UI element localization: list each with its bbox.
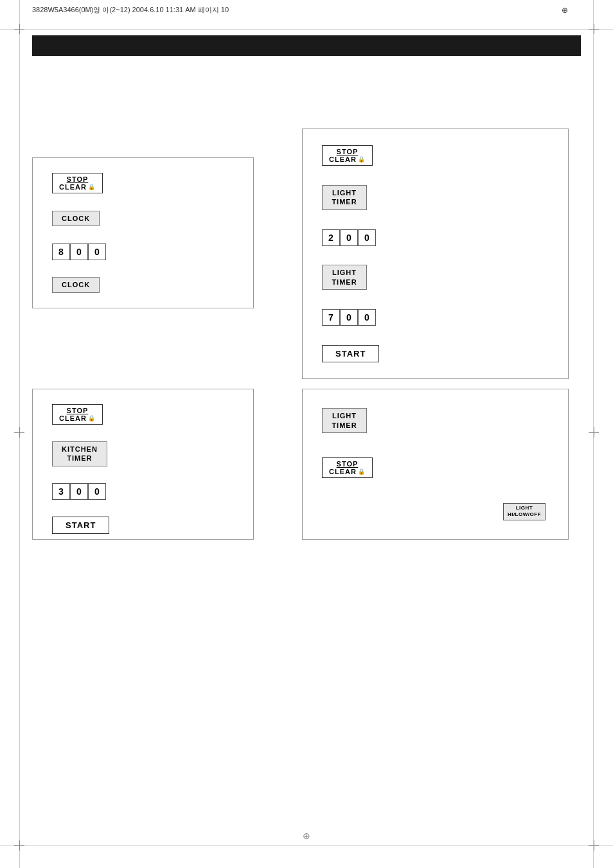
clear-label-3: CLEAR 🔒 [329, 155, 366, 163]
digit-4a: 7 [322, 309, 340, 326]
box3-content: STOP CLEAR 🔒 LIGHT TIMER 2 0 [303, 129, 568, 378]
clock-label-2: CLOCK [62, 280, 90, 289]
digit-3b: 0 [340, 229, 358, 246]
digit-4c: 0 [358, 309, 376, 326]
box4-step1: LIGHT TIMER [312, 403, 558, 438]
digit-3c: 0 [358, 229, 376, 246]
kitchen-timer-button[interactable]: KITCHEN TIMER [52, 441, 107, 466]
box2-step4: START [42, 511, 244, 539]
cross-mark-bottom-right [589, 840, 599, 851]
box1-step2: CLOCK [42, 206, 244, 231]
lock-icon-3: 🔒 [358, 156, 366, 163]
light-timer-label-1a: LIGHT [332, 188, 357, 197]
light-timer-label-3b: TIMER [332, 421, 357, 430]
digit-2c: 0 [88, 483, 106, 500]
kitchen-timer-label-1: KITCHEN [62, 445, 98, 454]
box3-step1: STOP CLEAR 🔒 [312, 140, 558, 171]
box3-step2: LIGHT TIMER [312, 180, 558, 215]
box-light-timer-cancel: LIGHT TIMER STOP CLEAR 🔒 LIGHT HI [302, 389, 569, 540]
box3-step3: 2 0 0 [312, 224, 558, 251]
bottom-center-mark: ⊕ [303, 831, 310, 841]
box3-step5: 7 0 0 [312, 304, 558, 331]
clock-label-1: CLOCK [62, 214, 90, 223]
digit-2a: 3 [52, 483, 70, 500]
stop-clear-button-4[interactable]: STOP CLEAR 🔒 [322, 457, 373, 478]
lock-icon-4: 🔒 [358, 468, 366, 475]
cross-mark-mid-left [14, 427, 24, 438]
stop-clear-button-3[interactable]: STOP CLEAR 🔒 [322, 145, 373, 166]
box1-step4: CLOCK [42, 272, 244, 297]
light-timer-label-3a: LIGHT [332, 411, 357, 420]
box3-step4: LIGHT TIMER [312, 260, 558, 295]
lock-icon-1: 🔒 [88, 184, 96, 190]
digit-display-2: 3 0 0 [52, 483, 106, 500]
light-low-off-label: HI/LOW/OFF [508, 511, 541, 518]
stop-label-3: STOP [337, 148, 359, 155]
light-hi-low-off-button[interactable]: LIGHT HI/LOW/OFF [503, 503, 546, 520]
title-bar [32, 35, 581, 56]
start-button-2[interactable]: START [322, 345, 379, 362]
digit-1a: 8 [52, 244, 70, 260]
light-hi-label: LIGHT [516, 505, 533, 511]
cross-mark-mid-right [589, 427, 599, 438]
start-button-1[interactable]: START [52, 517, 109, 534]
crosshair-center: ⊕ [562, 6, 568, 15]
box2-step1: STOP CLEAR 🔒 [42, 399, 244, 430]
box-light-timer: STOP CLEAR 🔒 LIGHT TIMER 2 0 [302, 128, 569, 379]
digit-display-1: 8 0 0 [52, 244, 106, 260]
margin-line-top [0, 29, 613, 30]
cross-mark-bottom-left [14, 840, 24, 851]
box2-content: STOP CLEAR 🔒 KITCHEN TIMER 3 0 [33, 389, 253, 539]
start-label-1: START [66, 520, 96, 530]
light-timer-button-2[interactable]: LIGHT TIMER [322, 265, 367, 290]
clear-label-1: CLEAR 🔒 [59, 183, 96, 191]
light-timer-label-1b: TIMER [332, 197, 357, 206]
box1-step1: STOP CLEAR 🔒 [42, 168, 244, 199]
clock-button-1[interactable]: CLOCK [52, 211, 100, 226]
margin-line-bottom [0, 845, 613, 846]
box-clock-setting: STOP CLEAR 🔒 CLOCK 8 0 0 [32, 157, 254, 308]
light-timer-button-1[interactable]: LIGHT TIMER [322, 185, 367, 210]
box-kitchen-timer: STOP CLEAR 🔒 KITCHEN TIMER 3 0 [32, 389, 254, 540]
cross-mark-top-left [14, 24, 24, 34]
box1-content: STOP CLEAR 🔒 CLOCK 8 0 0 [33, 158, 253, 308]
doc-header: 3828W5A3466(0M)영 아(2~12) 2004.6.10 11:31… [32, 5, 581, 15]
stop-clear-button-2[interactable]: STOP CLEAR 🔒 [52, 404, 103, 425]
doc-header-text: 3828W5A3466(0M)영 아(2~12) 2004.6.10 11:31… [32, 5, 229, 15]
clear-label-2: CLEAR 🔒 [59, 414, 96, 422]
digit-3a: 2 [322, 229, 340, 246]
digit-1c: 0 [88, 244, 106, 260]
stop-label-4: STOP [337, 460, 359, 468]
light-timer-label-2b: TIMER [332, 278, 357, 287]
cross-mark-top-right [589, 24, 599, 34]
box4-step2: STOP CLEAR 🔒 [312, 452, 558, 483]
digit-display-4: 7 0 0 [322, 309, 376, 326]
box2-step2: KITCHEN TIMER [42, 436, 244, 472]
stop-label-1: STOP [67, 175, 89, 183]
box2-step3: 3 0 0 [42, 478, 244, 505]
digit-display-3: 2 0 0 [322, 229, 376, 246]
kitchen-timer-label-2: TIMER [67, 454, 92, 463]
light-timer-label-2a: LIGHT [332, 268, 357, 277]
digit-4b: 0 [340, 309, 358, 326]
stop-label-2: STOP [67, 407, 89, 414]
light-timer-button-3[interactable]: LIGHT TIMER [322, 408, 367, 433]
content-area: STOP CLEAR 🔒 CLOCK 8 0 0 [32, 64, 581, 829]
digit-2b: 0 [70, 483, 88, 500]
box1-step3: 8 0 0 [42, 238, 244, 265]
digit-1b: 0 [70, 244, 88, 260]
start-label-2: START [335, 349, 366, 359]
lock-icon-2: 🔒 [88, 415, 96, 421]
box4-content: LIGHT TIMER STOP CLEAR 🔒 LIGHT HI [303, 389, 568, 539]
stop-clear-button-1[interactable]: STOP CLEAR 🔒 [52, 173, 103, 193]
clear-label-4: CLEAR 🔒 [329, 468, 366, 475]
box4-step3: LIGHT HI/LOW/OFF [312, 498, 558, 526]
clock-button-2[interactable]: CLOCK [52, 277, 100, 292]
box3-step6: START [312, 340, 558, 368]
